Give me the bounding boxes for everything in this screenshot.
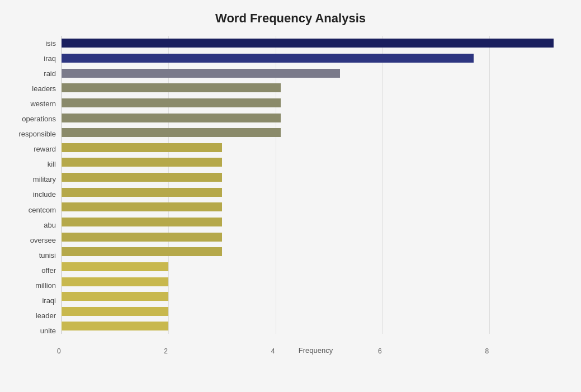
bar <box>62 322 168 330</box>
y-label: operations <box>22 113 56 125</box>
y-label: military <box>33 173 56 186</box>
bar <box>62 114 281 122</box>
y-label: iraq <box>44 53 56 65</box>
bar-row <box>62 156 570 168</box>
bar-row <box>62 245 570 258</box>
bar <box>62 292 168 301</box>
bar <box>62 128 281 137</box>
y-label: oversee <box>30 234 56 246</box>
bar <box>62 218 222 226</box>
y-label: reward <box>34 143 56 155</box>
bar-row <box>62 141 570 154</box>
y-label: abu <box>44 219 56 231</box>
bar <box>62 262 168 271</box>
bar <box>62 277 168 286</box>
chart-title: Word Frequency Analysis <box>11 11 570 26</box>
bar-row <box>62 305 570 318</box>
bar-row <box>62 216 570 228</box>
x-tick: 0 <box>57 347 61 355</box>
bar <box>62 173 222 182</box>
y-label: centcom <box>29 204 56 216</box>
bar <box>62 143 222 152</box>
y-label: iraqi <box>42 294 56 306</box>
x-axis-label: Frequency <box>62 345 570 355</box>
bar <box>62 158 222 167</box>
bar-row <box>62 97 570 109</box>
y-label: million <box>35 279 56 291</box>
bar-row <box>62 171 570 183</box>
bar-row <box>62 112 570 124</box>
bar-row <box>62 231 570 243</box>
bar <box>62 247 222 256</box>
y-label: unite <box>40 324 56 337</box>
bar-row <box>62 52 570 64</box>
y-axis: isisiraqraidleaderswesternoperationsresp… <box>11 36 62 355</box>
bar-row <box>62 37 570 49</box>
bar-row <box>62 201 570 213</box>
bar-row <box>62 261 570 273</box>
bar <box>62 233 222 242</box>
y-label: raid <box>44 68 56 80</box>
bar-row <box>62 126 570 139</box>
y-label: kill <box>48 158 56 171</box>
bar <box>62 54 474 63</box>
bar-row <box>62 186 570 199</box>
bar-row <box>62 290 570 303</box>
y-label: isis <box>45 37 56 50</box>
y-label: leaders <box>32 83 56 95</box>
bar <box>62 83 281 92</box>
plot-area: 02468 Frequency <box>62 36 570 355</box>
y-label: leader <box>36 309 56 322</box>
bar-row <box>62 67 570 79</box>
bar-row <box>62 82 570 94</box>
y-label: offer <box>41 264 56 276</box>
y-label: responsible <box>19 128 56 140</box>
bar <box>62 188 222 197</box>
bar <box>62 202 222 211</box>
bar <box>62 69 340 78</box>
y-label: western <box>30 98 56 110</box>
chart-container: Word Frequency Analysis isisiraqraidlead… <box>0 0 581 392</box>
bar-row <box>62 320 570 332</box>
bar <box>62 307 168 316</box>
bar <box>62 39 554 48</box>
y-label: include <box>33 188 56 201</box>
bar-row <box>62 276 570 288</box>
bar <box>62 98 281 107</box>
y-label: tunisi <box>39 249 56 261</box>
